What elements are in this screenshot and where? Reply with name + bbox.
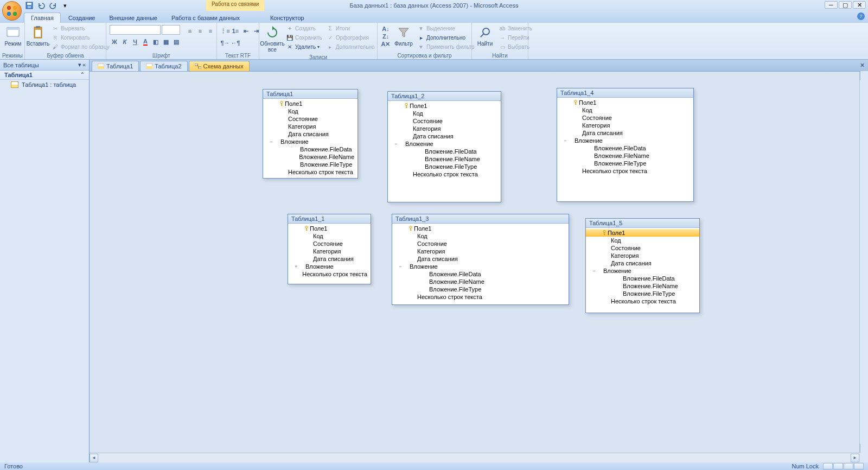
field-row[interactable]: −Вложение [586, 267, 699, 275]
new-record-button[interactable]: ✦Создать [284, 24, 324, 33]
select-button[interactable]: ▭Выбрать [497, 42, 534, 51]
spelling-button[interactable]: ✓Орфография [325, 33, 376, 42]
alt-row-button[interactable]: ▤ [171, 37, 181, 47]
field-row[interactable]: Дата списания [263, 130, 358, 138]
doctab-table1[interactable]: Таблица1 [92, 61, 139, 71]
nav-group-header[interactable]: Таблица1 ⌃ [0, 71, 89, 80]
view-btn-2[interactable] [833, 463, 843, 469]
font-color-button[interactable]: A [141, 37, 150, 47]
relationships-canvas[interactable]: ▲▼ ◄► Таблица1Поле1КодСостояниеКатегория… [90, 71, 868, 462]
nav-group-collapse-icon[interactable]: ⌃ [80, 72, 85, 78]
field-row[interactable]: Поле1 [557, 99, 693, 106]
table-box[interactable]: Таблица1_3Поле1КодСостояниеКатегорияДата… [392, 214, 569, 305]
field-row[interactable]: Вложение.FileData [586, 275, 699, 282]
field-row[interactable]: Несколько строк текста [392, 293, 569, 301]
tab-create[interactable]: Создание [62, 13, 102, 23]
filter-button[interactable]: Фильтр [393, 24, 414, 48]
field-row[interactable]: −Вложение [392, 263, 569, 270]
fill-color-button[interactable]: ◧ [151, 37, 161, 47]
horizontal-scrollbar[interactable]: ◄► [90, 453, 859, 462]
field-row[interactable]: Состояние [392, 240, 569, 247]
underline-button[interactable]: Ч [130, 37, 140, 47]
table-box-title[interactable]: Таблица1_4 [557, 88, 693, 98]
goto-button[interactable]: →Перейти [497, 33, 534, 42]
sort-asc-button[interactable]: A↓ [381, 25, 391, 33]
field-row[interactable]: Несколько строк текста [288, 270, 371, 278]
field-row[interactable]: Дата списания [288, 255, 371, 263]
nav-dropdown-icon[interactable]: ▾ [78, 61, 81, 68]
field-row[interactable]: Дата списания [388, 132, 501, 140]
align-center-button[interactable]: ≡ [195, 26, 205, 36]
field-row[interactable]: Категория [388, 125, 501, 132]
rtl-button[interactable]: ←¶ [231, 38, 240, 48]
numbering-button[interactable]: 1≡ [231, 26, 240, 36]
help-button[interactable]: ? [857, 12, 865, 20]
field-row[interactable]: −Вложение [263, 138, 358, 145]
field-row[interactable]: Дата списания [392, 255, 569, 263]
tab-external-data[interactable]: Внешние данные [103, 13, 164, 23]
advanced-filter-button[interactable]: ▸Дополнительно [416, 33, 476, 42]
totals-button[interactable]: ΣИтоги [325, 24, 376, 33]
table-box-title[interactable]: Таблица1_3 [392, 214, 569, 224]
paste-button[interactable]: Вставить [27, 24, 49, 48]
field-row[interactable]: Поле1 [388, 102, 501, 110]
replace-button[interactable]: abЗаменить [497, 24, 534, 33]
font-size-combo[interactable] [162, 25, 180, 35]
nav-item-table1[interactable]: Таблица1 : таблица [0, 80, 89, 90]
field-row[interactable]: Код [263, 107, 358, 115]
align-right-button[interactable]: ≡ [206, 26, 215, 36]
field-row[interactable]: Дата списания [557, 129, 693, 137]
bold-button[interactable]: Ж [110, 37, 119, 47]
view-btn-1[interactable] [823, 463, 833, 469]
sort-desc-button[interactable]: Z↓ [381, 33, 391, 40]
tab-constructor[interactable]: Конструктор [264, 13, 311, 23]
field-row[interactable]: Поле1 [288, 225, 371, 232]
expand-icon[interactable]: + [293, 263, 299, 270]
minimize-button[interactable]: ─ [825, 1, 838, 9]
view-btn-4[interactable] [854, 463, 864, 469]
field-row[interactable]: Категория [263, 123, 358, 130]
font-name-combo[interactable] [110, 25, 161, 35]
gridlines-button[interactable]: ▦ [161, 37, 171, 47]
indent-dec-button[interactable]: ⇤ [241, 26, 251, 36]
field-row[interactable]: Вложение.FileName [557, 152, 693, 160]
table-box-title[interactable]: Таблица1_1 [288, 214, 371, 224]
field-row[interactable]: −Вложение [557, 137, 693, 144]
clear-sort-button[interactable]: A✕ [381, 40, 391, 48]
field-row[interactable]: Состояние [586, 244, 699, 252]
copy-button[interactable]: ⎘Копировать [50, 33, 111, 42]
qat-save-button[interactable] [24, 1, 35, 10]
field-row[interactable]: Состояние [263, 115, 358, 123]
field-row[interactable]: Состояние [288, 240, 371, 247]
office-button[interactable] [2, 1, 22, 21]
doctab-close-button[interactable]: ✕ [858, 62, 866, 69]
expand-icon[interactable]: − [591, 267, 597, 275]
find-button[interactable]: Найти [474, 24, 496, 48]
field-row[interactable]: Вложение.FileData [388, 148, 501, 155]
field-row[interactable]: Вложение.FileData [263, 145, 358, 153]
tab-home[interactable]: Главная [24, 12, 61, 23]
field-row[interactable]: Несколько строк текста [263, 168, 358, 176]
field-row[interactable]: Код [586, 237, 699, 244]
field-row[interactable]: Вложение.FileName [388, 155, 501, 163]
field-row[interactable]: −Вложение [388, 140, 501, 148]
selection-filter-button[interactable]: ▼Выделение [416, 24, 476, 33]
align-left-button[interactable]: ≡ [185, 26, 195, 36]
field-row[interactable]: Вложение.FileName [586, 282, 699, 290]
field-row[interactable]: +Вложение [288, 263, 371, 270]
cut-button[interactable]: ✂Вырезать [50, 24, 111, 33]
save-record-button[interactable]: 💾Сохранить [284, 33, 324, 42]
qat-redo-button[interactable] [48, 1, 59, 10]
more-button[interactable]: ▸Дополнительно [325, 42, 376, 51]
doctab-schema[interactable]: Схема данных [189, 61, 250, 71]
field-row[interactable]: Вложение.FileType [586, 290, 699, 297]
maximize-button[interactable]: ▢ [839, 1, 852, 9]
field-row[interactable]: Вложение.FileType [263, 161, 358, 168]
field-row[interactable]: Несколько строк текста [388, 170, 501, 178]
field-row[interactable]: Несколько строк текста [557, 167, 693, 175]
bullets-button[interactable]: ⋮≡ [220, 26, 230, 36]
field-row[interactable]: Вложение.FileType [388, 163, 501, 170]
table-box[interactable]: Таблица1_5Поле1КодСостояниеКатегорияДата… [585, 218, 700, 313]
doctab-table2[interactable]: Таблица2 [140, 61, 187, 71]
field-row[interactable]: Вложение.FileName [392, 278, 569, 285]
